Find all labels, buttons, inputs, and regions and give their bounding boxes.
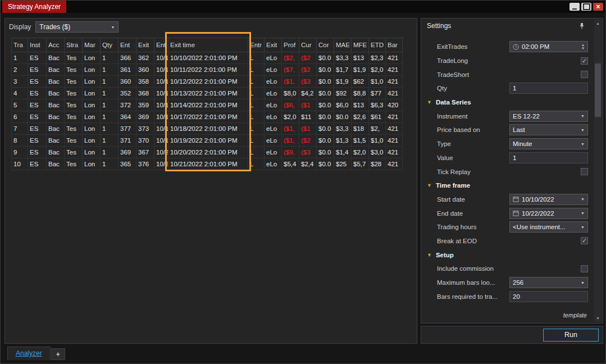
table-cell[interactable]: 376 [136,158,154,170]
table-cell[interactable]: 1 [101,135,119,147]
table-cell[interactable]: Lon [83,52,101,64]
table-cell[interactable]: Bac [47,99,65,111]
template-link[interactable]: template [563,312,587,319]
table-cell[interactable]: $0.0 [317,111,334,123]
table-cell[interactable]: ES [28,147,47,158]
table-cell[interactable]: ES [28,76,47,88]
column-header[interactable]: MFE [352,38,369,52]
column-header[interactable]: Exit time [168,38,248,52]
table-cell[interactable]: 10/13/2022 2:01:00 PM [168,88,248,99]
table-cell[interactable]: $0.0 [317,147,334,158]
table-cell[interactable]: Tes [65,147,83,158]
table-cell[interactable]: 10/1 [154,135,168,147]
table-cell[interactable]: 360 [119,76,136,88]
table-cell[interactable]: $3,0 [369,147,386,158]
column-header[interactable]: Qty [101,38,119,52]
table-cell[interactable]: Lon [83,123,101,135]
table-cell[interactable]: 10/20/2022 2:01:00 PM [168,147,248,158]
table-cell[interactable]: ($2 [299,64,317,76]
table-cell[interactable]: Tes [65,99,83,111]
table-cell[interactable]: 5 [12,99,28,111]
table-cell[interactable]: $0.0 [334,111,352,123]
column-header[interactable]: Ent [154,38,168,52]
table-cell[interactable]: 364 [119,111,136,123]
table-cell[interactable]: $0.0 [317,88,334,99]
table-row[interactable]: 4ESBacTesLon135236810/110/13/2022 2:01:0… [12,88,403,99]
select-trading-hours[interactable]: <Use instrument...▼ [509,221,588,233]
table-cell[interactable]: Lon [83,76,101,88]
table-cell[interactable]: 1 [101,64,119,76]
date-input-end-date[interactable]: 10/22/2022▼ [509,208,588,219]
table-cell[interactable]: 10/11/2022 2:01:00 PM [168,64,248,76]
scrollbar-thumb[interactable] [595,63,601,117]
select-instrument[interactable]: ES 12-22▼ [509,111,588,122]
table-cell[interactable]: $1,0 [369,76,386,88]
table-cell[interactable]: ES [28,52,47,64]
select-maximum-bars-loo[interactable]: 256▼ [509,277,588,288]
table-cell[interactable]: ES [28,158,47,170]
table-cell[interactable]: 9 [12,147,28,158]
checkbox-break-at-eod[interactable]: ✓ [581,237,588,244]
table-cell[interactable]: 8 [12,135,28,147]
column-header[interactable]: Acc [47,38,65,52]
table-cell[interactable]: 369 [119,147,136,158]
table-cell[interactable]: 10/2 [154,147,168,158]
table-cell[interactable]: $6,0 [334,99,352,111]
table-cell[interactable]: Lon [83,99,101,111]
table-cell[interactable]: ES [28,99,47,111]
table-cell[interactable]: $92 [334,88,352,99]
table-cell[interactable]: Bac [47,52,65,64]
table-cell[interactable]: $2,6 [352,111,369,123]
scroll-down-icon[interactable]: ▼ [594,315,602,322]
table-row[interactable]: 10ESBacTesLon136537610/210/21/2022 2:01:… [12,158,403,170]
table-cell[interactable]: Lon [83,158,101,170]
table-cell[interactable]: $2,3 [369,52,386,64]
table-cell[interactable]: eLo [265,158,282,170]
table-row[interactable]: 1ESBacTesLon136636210/110/10/2022 2:01:0… [12,52,403,64]
table-row[interactable]: 2ESBacTesLon136136010/110/11/2022 2:01:0… [12,64,403,76]
select-type[interactable]: Minute▼ [509,138,588,149]
table-cell[interactable]: 1 [101,88,119,99]
table-cell[interactable]: ($3 [299,147,317,158]
table-cell[interactable]: 369 [136,111,154,123]
scroll-up-icon[interactable]: ▲ [594,20,602,27]
table-cell[interactable]: 2 [12,64,28,76]
table-cell[interactable]: Lon [83,64,101,76]
table-cell[interactable]: $62 [352,76,369,88]
table-cell[interactable]: L [248,99,265,111]
section-expander-icon[interactable]: ▼ [427,252,432,258]
table-cell[interactable]: ($1 [299,123,317,135]
table-cell[interactable]: eLo [265,147,282,158]
table-row[interactable]: 8ESBacTesLon137137010/110/19/2022 2:01:0… [12,135,403,147]
table-cell[interactable]: 360 [136,64,154,76]
table-cell[interactable]: 421 [386,76,403,88]
time-input-exittrades[interactable]: 02:00 PM▲▼ [509,41,588,52]
table-cell[interactable]: eLo [265,123,282,135]
table-cell[interactable]: Lon [83,111,101,123]
table-cell[interactable]: $25 [334,158,352,170]
table-cell[interactable]: 10/1 [154,123,168,135]
table-cell[interactable]: Lon [83,147,101,158]
table-cell[interactable]: eLo [265,76,282,88]
table-cell[interactable]: $0.0 [317,99,334,111]
table-cell[interactable]: eLo [265,64,282,76]
select-price-based-on[interactable]: Last▼ [509,124,588,135]
table-cell[interactable]: 1 [101,76,119,88]
table-cell[interactable]: $0.0 [317,123,334,135]
table-cell[interactable]: Bac [47,147,65,158]
table-row[interactable]: 5ESBacTesLon137235910/110/14/2022 2:01:0… [12,99,403,111]
column-header[interactable]: ETD [369,38,386,52]
table-cell[interactable]: 1 [101,123,119,135]
table-cell[interactable]: Tes [65,158,83,170]
table-cell[interactable]: Tes [65,76,83,88]
column-header[interactable]: Entr [248,38,265,52]
table-cell[interactable]: 371 [119,135,136,147]
table-cell[interactable]: Lon [83,135,101,147]
table-cell[interactable]: $2,4 [299,158,317,170]
table-cell[interactable]: ($2 [299,52,317,64]
table-cell[interactable]: ($9, [282,147,299,158]
column-header[interactable]: Tra [12,38,28,52]
table-cell[interactable]: $0.0 [317,158,334,170]
table-cell[interactable]: ($2 [299,135,317,147]
table-cell[interactable]: 10/1 [154,99,168,111]
